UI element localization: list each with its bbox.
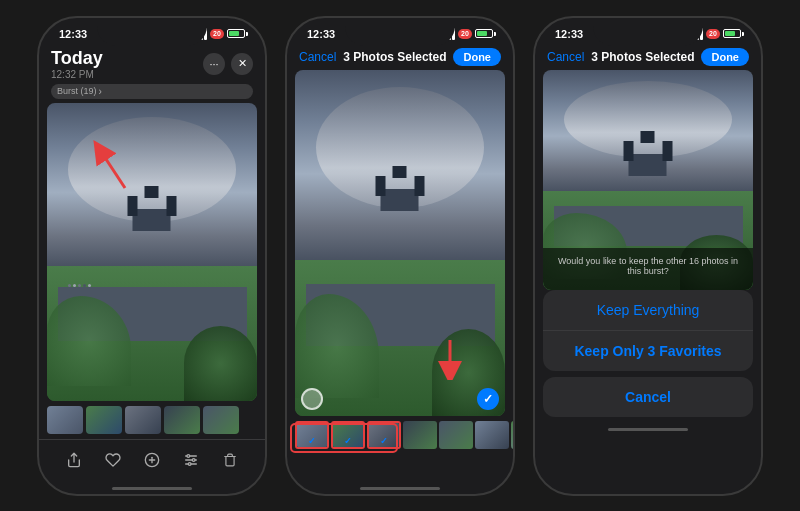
phone-2: 12:33 20 Cancel 3 Photos Selected Done	[285, 16, 515, 496]
photo-bg-2	[295, 70, 505, 416]
nav-bar-1: Today 12:32 PM ··· ✕	[39, 46, 265, 84]
thumb-4[interactable]	[164, 406, 200, 434]
nav-bar-3: Cancel 3 Photos Selected Done	[535, 46, 761, 70]
plus-icon-1[interactable]	[136, 446, 168, 474]
status-bar-1: 12:33 20	[39, 18, 265, 46]
thumb2-5[interactable]	[439, 421, 473, 449]
time-2: 12:33	[307, 28, 335, 40]
status-icons-1: 20	[192, 28, 245, 40]
check-icon-1: ✓	[308, 436, 316, 446]
more-button-1[interactable]: ···	[203, 53, 225, 75]
status-icons-2: 20	[440, 28, 493, 40]
unselected-badge-2	[301, 388, 323, 410]
wifi-icon-1	[192, 28, 207, 40]
bottom-toolbar-1	[39, 439, 265, 484]
home-indicator-2	[287, 484, 513, 494]
done-button-3[interactable]: Done	[701, 48, 749, 66]
nav-bar-2: Cancel 3 Photos Selected Done	[287, 46, 513, 70]
wifi-icon-3	[688, 28, 703, 40]
home-indicator-3	[535, 425, 761, 435]
phone-3: 12:33 20 Cancel 3 Photos Selected	[533, 16, 763, 496]
page-title-2: 3 Photos Selected	[343, 50, 446, 64]
thumb-2[interactable]	[86, 406, 122, 434]
svg-point-11	[188, 462, 191, 465]
time-3: 12:33	[555, 28, 583, 40]
cancel-sheet-3: Cancel	[543, 377, 753, 417]
photo-area-2: ✓	[295, 70, 505, 416]
done-button-2[interactable]: Done	[453, 48, 501, 66]
trash-icon-1[interactable]	[214, 446, 246, 474]
adjust-icon-1[interactable]	[175, 446, 207, 474]
photo-area-3: Would you like to keep the other 16 phot…	[543, 70, 753, 290]
cancel-action-button[interactable]: Cancel	[543, 377, 753, 417]
photo-bg-1	[47, 103, 257, 401]
thumb-3[interactable]	[125, 406, 161, 434]
page-title-1: Today	[51, 48, 103, 69]
home-indicator-1	[39, 484, 265, 494]
network-badge-3: 20	[706, 29, 720, 39]
selection-checkmark-2: ✓	[477, 388, 499, 410]
keep-favorites-button[interactable]: Keep Only 3 Favorites	[543, 330, 753, 371]
share-icon-1[interactable]	[58, 446, 90, 474]
signal-dots-3	[662, 32, 685, 35]
battery-icon-2	[475, 29, 493, 38]
thumb2-4[interactable]	[403, 421, 437, 449]
burst-badge-1[interactable]: Burst (19)	[51, 84, 253, 99]
network-badge-2: 20	[458, 29, 472, 39]
svg-point-10	[192, 458, 195, 461]
time-1: 12:33	[59, 28, 87, 40]
battery-icon-1	[227, 29, 245, 38]
status-icons-3: 20	[662, 28, 741, 40]
title-area-1: Today 12:32 PM	[51, 48, 103, 80]
heart-icon-1[interactable]	[97, 446, 129, 474]
cancel-button-3[interactable]: Cancel	[547, 50, 584, 64]
thumb2-1[interactable]: ✓	[295, 421, 329, 449]
thumb-5[interactable]	[203, 406, 239, 434]
thumb-1[interactable]	[47, 406, 83, 434]
thumbnail-strip-1[interactable]	[39, 401, 265, 439]
thumb2-3[interactable]: ✓	[367, 421, 401, 449]
spacer-2	[287, 454, 513, 484]
action-sheet-3: Keep Everything Keep Only 3 Favorites	[543, 290, 753, 371]
thumb2-6[interactable]	[475, 421, 509, 449]
thumbnail-strip-2[interactable]: ✓ ✓ ✓	[287, 416, 513, 454]
page-title-3: 3 Photos Selected	[591, 50, 694, 64]
check-icon-3: ✓	[380, 436, 388, 446]
status-bar-3: 12:33 20	[535, 18, 761, 46]
check-icon-2: ✓	[344, 436, 352, 446]
dialog-question-3: Would you like to keep the other 16 phot…	[555, 256, 741, 276]
cancel-button-2[interactable]: Cancel	[299, 50, 336, 64]
date-label-1: 12:32 PM	[51, 69, 103, 80]
phone-1: 12:33 20 Today 12:32 PM ··· ✕ Burst (19)	[37, 16, 267, 496]
svg-point-9	[187, 454, 190, 457]
thumb2-2[interactable]: ✓	[331, 421, 365, 449]
thumb2-7[interactable]	[511, 421, 513, 449]
close-button-1[interactable]: ✕	[231, 53, 253, 75]
network-badge-1: 20	[210, 29, 224, 39]
nav-icons-1[interactable]: ··· ✕	[203, 53, 253, 75]
status-bar-2: 12:33 20	[287, 18, 513, 46]
keep-everything-button[interactable]: Keep Everything	[543, 290, 753, 330]
dialog-overlay-3: Would you like to keep the other 16 phot…	[543, 248, 753, 290]
photo-area-1	[47, 103, 257, 401]
battery-icon-3	[723, 29, 741, 38]
wifi-icon-2	[440, 28, 455, 40]
